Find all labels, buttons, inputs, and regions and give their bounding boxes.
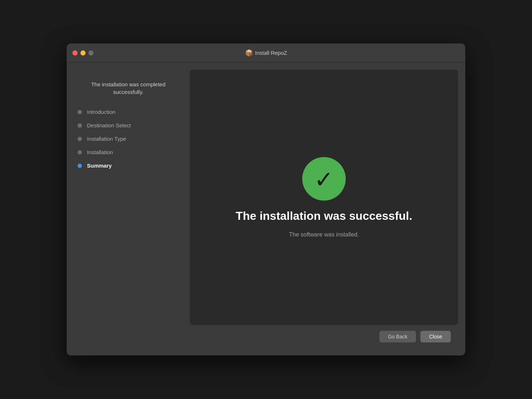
close-button-main[interactable]: Close — [420, 331, 451, 342]
sidebar-item-installation-type: Installation Type — [67, 132, 190, 145]
checkmark-icon: ✓ — [314, 168, 334, 191]
minimize-button[interactable] — [80, 50, 86, 55]
maximize-button[interactable] — [88, 50, 93, 55]
nav-label-installation: Installation — [87, 149, 113, 155]
window-body: The installation was completed successfu… — [67, 62, 465, 355]
window-title: 📦 Install RepoZ — [245, 49, 287, 57]
success-icon-circle: ✓ — [302, 157, 346, 201]
nav-dot-introduction — [78, 110, 82, 114]
content-panel: ✓ The installation was successful. The s… — [190, 70, 458, 325]
traffic-lights — [72, 50, 93, 55]
window-title-text: Install RepoZ — [255, 50, 287, 56]
sidebar-item-introduction: Introduction — [67, 105, 190, 119]
installer-window: 📦 Install RepoZ The installation was com… — [67, 44, 465, 355]
sidebar-item-summary: Summary — [67, 159, 190, 172]
nav-dot-installation-type — [78, 137, 82, 141]
sidebar-item-destination-select: Destination Select — [67, 119, 190, 132]
go-back-button[interactable]: Go Back — [379, 331, 416, 342]
titlebar: 📦 Install RepoZ — [67, 44, 465, 62]
nav-items: Introduction Destination Select Installa… — [67, 102, 190, 348]
nav-label-installation-type: Installation Type — [87, 136, 126, 142]
success-subtitle: The software was installed. — [289, 231, 359, 238]
sidebar: The installation was completed successfu… — [67, 62, 190, 355]
app-icon: 📦 — [245, 49, 253, 57]
nav-label-summary: Summary — [87, 163, 112, 169]
top-message-area: The installation was completed successfu… — [67, 70, 190, 102]
close-button[interactable] — [72, 50, 78, 55]
nav-dot-destination-select — [78, 123, 82, 128]
completion-message: The installation was completed successfu… — [74, 76, 183, 102]
nav-label-destination-select: Destination Select — [87, 122, 131, 128]
main-content: ✓ The installation was successful. The s… — [190, 62, 465, 355]
success-title: The installation was successful. — [236, 209, 412, 223]
nav-dot-summary — [78, 164, 82, 168]
nav-label-introduction: Introduction — [87, 109, 115, 115]
nav-dot-installation — [78, 150, 82, 155]
sidebar-item-installation: Installation — [67, 145, 190, 159]
button-bar: Go Back Close — [190, 325, 458, 348]
